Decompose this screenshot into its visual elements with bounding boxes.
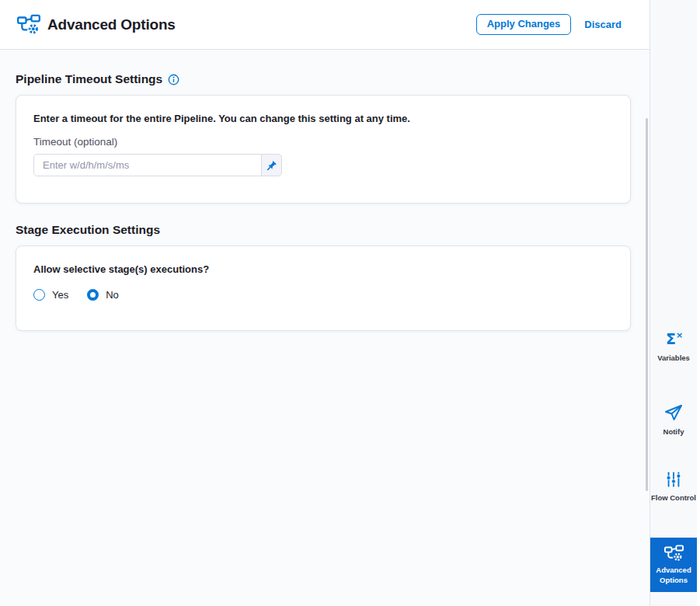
radio-option-yes[interactable]: Yes bbox=[33, 289, 68, 301]
svg-text:Σ: Σ bbox=[666, 330, 676, 347]
vertical-scrollbar[interactable] bbox=[646, 118, 648, 491]
discard-link[interactable]: Discard bbox=[584, 19, 622, 30]
right-sidebar: Σ × Variables Notify bbox=[650, 0, 697, 606]
header-actions: Apply Changes Discard bbox=[476, 14, 622, 34]
svg-text:×: × bbox=[676, 330, 683, 340]
pin-icon bbox=[266, 160, 277, 171]
radio-yes-label: Yes bbox=[52, 289, 68, 301]
info-icon[interactable] bbox=[168, 74, 179, 85]
fixed-value-pin-button[interactable] bbox=[261, 154, 282, 176]
radio-yes-circle[interactable] bbox=[33, 289, 45, 301]
sidebar-label-advanced-options: Advanced Options bbox=[650, 566, 697, 585]
timeout-input-row bbox=[33, 154, 282, 176]
sidebar-label-notify: Notify bbox=[663, 427, 684, 437]
timeout-description: Enter a timeout for the entire Pipeline.… bbox=[33, 113, 613, 124]
sidebar-item-notify[interactable]: Notify bbox=[650, 403, 697, 437]
main-panel: Advanced Options Apply Changes Discard P… bbox=[0, 0, 650, 606]
pipeline-gear-icon bbox=[17, 14, 40, 35]
pipeline-gear-icon-white bbox=[664, 545, 684, 562]
radio-no-circle[interactable] bbox=[87, 289, 99, 301]
sliders-icon bbox=[665, 471, 682, 488]
sidebar-label-variables: Variables bbox=[657, 354, 690, 363]
timeout-field-label: Timeout (optional) bbox=[33, 136, 613, 148]
content-area: Pipeline Timeout Settings Enter a timeou… bbox=[0, 50, 650, 606]
pipeline-timeout-heading-text: Pipeline Timeout Settings bbox=[16, 72, 162, 86]
apply-changes-button[interactable]: Apply Changes bbox=[476, 14, 572, 34]
radio-no-label: No bbox=[106, 289, 119, 301]
header: Advanced Options Apply Changes Discard bbox=[0, 0, 650, 50]
page-title: Advanced Options bbox=[47, 16, 176, 33]
header-title-group: Advanced Options bbox=[17, 14, 176, 35]
pipeline-timeout-card: Enter a timeout for the entire Pipeline.… bbox=[16, 95, 631, 204]
selective-stage-question: Allow selective stage(s) executions? bbox=[33, 263, 613, 275]
sidebar-item-variables[interactable]: Σ × Variables bbox=[650, 329, 697, 363]
paper-plane-icon bbox=[664, 403, 683, 422]
timeout-input[interactable] bbox=[33, 154, 262, 176]
sidebar-item-advanced-options[interactable]: Advanced Options bbox=[650, 538, 697, 592]
radio-option-no[interactable]: No bbox=[87, 289, 119, 301]
pipeline-timeout-heading: Pipeline Timeout Settings bbox=[16, 72, 631, 86]
stage-execution-heading: Stage Execution Settings bbox=[16, 223, 631, 237]
sigma-x-icon: Σ × bbox=[663, 329, 684, 348]
sidebar-item-flow-control[interactable]: Flow Control bbox=[650, 471, 697, 503]
stage-execution-card: Allow selective stage(s) executions? Yes… bbox=[16, 246, 631, 331]
sidebar-label-flow-control: Flow Control bbox=[651, 493, 696, 503]
selective-stage-radio-group: Yes No bbox=[33, 289, 613, 301]
stage-execution-heading-text: Stage Execution Settings bbox=[16, 223, 160, 237]
